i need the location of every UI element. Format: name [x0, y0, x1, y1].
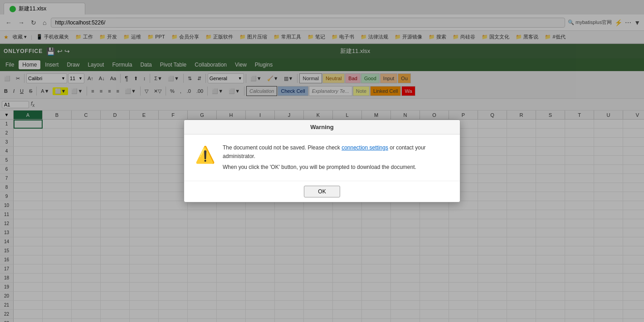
- dialog-ok-button[interactable]: OK: [304, 186, 340, 197]
- dialog-link[interactable]: connection settings: [342, 144, 388, 151]
- dialog-body: ⚠️ The document could not be saved. Plea…: [184, 135, 460, 181]
- dialog-overlay: Warning ⚠️ The document could not be sav…: [0, 0, 644, 322]
- dialog-header: Warning: [184, 120, 460, 135]
- dialog-msg-part1: The document could not be saved. Please …: [223, 144, 342, 151]
- warning-icon: ⚠️: [195, 145, 215, 164]
- dialog-box: Warning ⚠️ The document could not be sav…: [184, 120, 460, 202]
- dialog-message: The document could not be saved. Please …: [223, 144, 449, 172]
- dialog-footer: OK: [184, 181, 460, 202]
- dialog-msg-line2: When you click the 'OK' button, you will…: [223, 163, 449, 172]
